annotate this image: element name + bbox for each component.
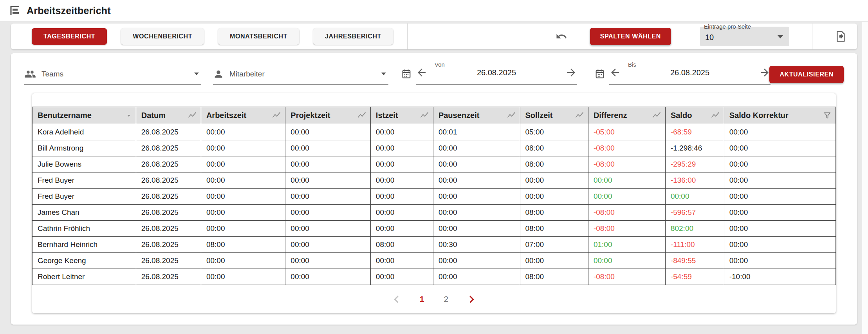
cell-projektzeit: 00:00 (285, 237, 371, 253)
tab-tagesbericht[interactable]: TAGESBERICHT (32, 28, 107, 45)
cell-projektzeit: 00:00 (285, 189, 371, 205)
column-header-saldo[interactable]: Saldo (665, 107, 724, 124)
date-to-next-button[interactable] (759, 67, 771, 78)
date-from-prev-button[interactable] (416, 67, 428, 78)
cell-korrektur: 00:00 (724, 253, 836, 269)
cell-name: Bill Armstrong (32, 140, 136, 156)
cell-korrektur: 00:00 (724, 237, 836, 253)
pagination-pages: 12 (420, 294, 448, 304)
cell-sollzeit: 08:00 (520, 140, 588, 156)
pagination-prev-button[interactable] (395, 297, 400, 302)
tab-jahresbericht[interactable]: JAHRESBERICHT (313, 28, 393, 45)
cell-saldo: -596:57 (665, 205, 724, 221)
date-from-next-button[interactable] (565, 67, 577, 78)
entries-per-page-value: 10 (705, 33, 714, 42)
cell-korrektur: 00:00 (724, 172, 836, 189)
report-table-card: BenutzernameDatumArbeitszeitProjektzeitI… (32, 93, 836, 313)
column-header-differenz[interactable]: Differenz (588, 107, 665, 124)
person-icon (213, 69, 224, 80)
column-header-sollzeit[interactable]: Sollzeit (520, 107, 588, 124)
cell-istzeit: 08:00 (370, 237, 433, 253)
cell-arbeitszeit: 00:00 (201, 156, 285, 172)
report-tabs: TAGESBERICHTWOCHENBERICHTMONATSBERICHTJA… (32, 28, 393, 45)
teams-label: Teams (42, 70, 63, 78)
column-header-arbeitszeit[interactable]: Arbeitszeit (201, 107, 285, 124)
pagination-page-1[interactable]: 1 (420, 294, 424, 304)
column-header-istzeit[interactable]: Istzeit (370, 107, 433, 124)
export-file-icon (834, 30, 847, 43)
cell-pausenzeit: 00:00 (433, 221, 520, 237)
column-header-datum[interactable]: Datum (136, 107, 201, 124)
refresh-button[interactable]: AKTUALISIEREN (769, 66, 844, 83)
table-row: Cathrin Fröhlich26.08.202500:0000:0000:0… (32, 221, 836, 237)
filter-row: Teams Mitarbeiter Von (11, 60, 857, 93)
cell-datum: 26.08.2025 (136, 269, 201, 285)
date-from-value[interactable]: 26.08.2025 (428, 68, 565, 77)
table-row: Fred Buyer26.08.202500:0000:0000:0000:00… (32, 172, 836, 189)
column-header-pausenzeit[interactable]: Pausenzeit (433, 107, 520, 124)
cell-pausenzeit: 00:30 (433, 237, 520, 253)
column-header-projektzeit[interactable]: Projektzeit (285, 107, 371, 124)
cell-korrektur: 00:00 (724, 189, 836, 205)
cell-korrektur: 00:00 (724, 156, 836, 172)
cell-name: Robert Leitner (32, 269, 136, 285)
employee-label: Mitarbeiter (229, 70, 265, 78)
calendar-icon[interactable] (594, 68, 605, 79)
cell-pausenzeit: 00:00 (433, 269, 520, 285)
cell-saldo: -295:29 (665, 156, 724, 172)
app-header: Arbeitszeitbericht (0, 0, 868, 21)
cell-korrektur: 00:00 (724, 221, 836, 237)
date-to-value[interactable]: 26.08.2025 (621, 68, 759, 77)
cell-differenz: -08:00 (588, 221, 665, 237)
cell-istzeit: 00:00 (370, 189, 433, 205)
table-row: Julie Bowens26.08.202500:0000:0000:0000:… (32, 156, 836, 172)
cell-sollzeit: 07:00 (520, 237, 588, 253)
pagination-next-button[interactable] (468, 297, 473, 302)
cell-korrektur: -10:00 (724, 269, 836, 285)
cell-saldo: -111:00 (665, 237, 724, 253)
scrollbar[interactable] (862, 22, 868, 334)
cell-arbeitszeit: 00:00 (201, 221, 285, 237)
chart-line-icon (272, 111, 281, 120)
report-panel: Teams Mitarbeiter Von (11, 53, 857, 325)
cell-sollzeit: 08:00 (520, 269, 588, 285)
calendar-icon[interactable] (401, 68, 412, 79)
pagination-page-2[interactable]: 2 (444, 294, 449, 304)
employee-select[interactable]: Mitarbeiter (213, 64, 388, 85)
chevron-down-icon (381, 73, 386, 75)
date-to-prev-button[interactable] (609, 67, 621, 78)
date-from-field[interactable]: Von 26.08.2025 (416, 61, 577, 85)
cell-name: Julie Bowens (32, 156, 136, 172)
chart-line-icon (188, 111, 197, 120)
cell-saldo: -136:00 (665, 172, 724, 189)
cell-pausenzeit: 00:00 (433, 172, 520, 189)
table-row: George Keeng26.08.202500:0000:0000:0000:… (32, 253, 836, 269)
choose-columns-button[interactable]: SPALTEN WÄHLEN (590, 28, 671, 45)
cell-sollzeit: 00:00 (520, 189, 588, 205)
undo-button[interactable] (556, 31, 567, 42)
cell-arbeitszeit: 00:00 (201, 205, 285, 221)
cell-saldo: -68:59 (665, 124, 724, 140)
tab-wochenbericht[interactable]: WOCHENBERICHT (121, 28, 204, 45)
column-header-korrektur[interactable]: Saldo Korrektur (724, 107, 836, 124)
cell-arbeitszeit: 00:00 (201, 189, 285, 205)
table-body: Kora Adelheid26.08.202500:0000:0000:0000… (32, 124, 836, 285)
cell-arbeitszeit: 00:00 (201, 140, 285, 156)
date-to-field[interactable]: Bis 26.08.2025 (609, 61, 771, 85)
cell-datum: 26.08.2025 (136, 221, 201, 237)
cell-name: George Keeng (32, 253, 136, 269)
sort-down-icon (126, 113, 132, 119)
column-header-name[interactable]: Benutzername (32, 107, 136, 124)
cell-arbeitszeit: 00:00 (201, 269, 285, 285)
cell-projektzeit: 00:00 (285, 124, 371, 140)
chart-line-icon (357, 111, 366, 120)
cell-differenz: -08:00 (588, 140, 665, 156)
undo-icon (556, 31, 567, 42)
teams-select[interactable]: Teams (24, 64, 201, 85)
cell-korrektur: 00:00 (724, 140, 836, 156)
entries-per-page-select[interactable]: Einträge pro Seite 10 (700, 27, 789, 46)
tab-monatsbericht[interactable]: MONATSBERICHT (218, 28, 299, 45)
cell-pausenzeit: 00:01 (433, 124, 520, 140)
chart-line-icon (420, 111, 429, 120)
export-button[interactable] (834, 30, 847, 43)
